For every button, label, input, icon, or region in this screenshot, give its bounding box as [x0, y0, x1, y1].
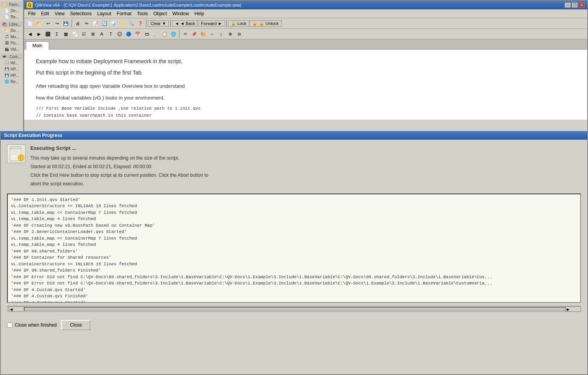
tb2-btn11[interactable]: 🔘: [115, 30, 124, 38]
toolbar-script[interactable]: 📝: [91, 19, 100, 28]
tb2-btn3[interactable]: ⬛: [44, 30, 52, 38]
toolbar-print[interactable]: 🖨: [73, 19, 82, 28]
menu-object[interactable]: Object: [151, 10, 169, 17]
tb2-btn23[interactable]: ⊕: [226, 30, 234, 38]
lock-button[interactable]: 🔒 Lock: [228, 20, 249, 27]
content-title-line2: Put this script in the begining of the f…: [36, 69, 576, 77]
close-when-finished-label[interactable]: Close when finished: [7, 322, 57, 328]
tb2-btn24[interactable]: ⊖: [235, 30, 243, 38]
tb2-btn21[interactable]: ↔: [208, 30, 216, 38]
menu-view[interactable]: View: [52, 10, 67, 17]
window-control-buttons: ─ ❐ ✕: [565, 2, 585, 8]
sidebar-item-6[interactable]: 🪟Wi...: [1, 60, 22, 66]
back-label: ◄ Back: [180, 21, 195, 26]
toolbar-chart[interactable]: 📊: [109, 19, 118, 28]
log-line: '### DF 4.Custom.qvs Started': [11, 287, 577, 293]
svg-text:!: !: [20, 156, 21, 160]
toolbar-search[interactable]: 🔍: [127, 19, 136, 28]
code-line1: /// First Base Variable Include ,Use rel…: [36, 105, 576, 112]
sidebar-item-5[interactable]: 🎬Vid...: [1, 46, 22, 52]
toolbar-help[interactable]: ❓: [136, 19, 145, 28]
log-line: '### DF 99.shared_folders': [11, 248, 577, 255]
tb2-btn1[interactable]: ◀: [26, 30, 34, 38]
menu-file[interactable]: File: [26, 10, 38, 17]
menu-help[interactable]: Help: [192, 10, 207, 17]
tb2-btn19[interactable]: 📌: [190, 30, 198, 38]
log-line: '### DF Error Did not find C:\QV-Docs\99…: [11, 274, 577, 281]
tb2-btn22[interactable]: ↕: [217, 30, 225, 38]
scrollbar-track[interactable]: [24, 307, 565, 311]
back-icon: ◄: [175, 21, 179, 26]
content-desc-line2: how the Global variables (vG.) looks in …: [36, 94, 576, 102]
tb2-btn10[interactable]: T: [106, 30, 115, 38]
tb2-btn4[interactable]: Σ: [53, 30, 61, 38]
tb2-btn7[interactable]: ☑: [80, 30, 88, 38]
log-area[interactable]: '### DF 1.Init.qvs Started'vL.ContainerS…: [7, 194, 581, 303]
tb2-btn6[interactable]: 📈: [71, 30, 79, 38]
horizontal-scrollbar[interactable]: ◄ ►: [7, 306, 581, 312]
sidebar-libraries: 📚 Libra... 📁Do... 🎵Mu... 🖼Pic... 🎬Vid...: [1, 21, 22, 52]
menu-edit[interactable]: Edit: [39, 10, 51, 17]
sidebar-item-0[interactable]: 📄De...: [1, 7, 22, 14]
menu-selections[interactable]: Selections: [68, 10, 94, 17]
toolbar-sep4: [226, 20, 227, 27]
sidebar-item-7[interactable]: 💾HP...: [1, 66, 22, 72]
clear-dropdown-icon[interactable]: ▼: [162, 21, 166, 26]
tb2-btn20[interactable]: 🎨: [199, 30, 207, 38]
toolbar-star[interactable]: ⭐: [118, 19, 127, 28]
sidebar-computer-header[interactable]: 💻 Com...: [1, 54, 22, 60]
sidebar-item-2[interactable]: 📁Do...: [1, 27, 22, 34]
menu-format[interactable]: Format: [114, 10, 134, 17]
toolbar-undo[interactable]: ↩: [44, 19, 52, 28]
tab-main[interactable]: Main: [26, 41, 49, 50]
tb2-btn15[interactable]: 📰: [151, 30, 160, 38]
toolbar-redo[interactable]: ↪: [53, 19, 61, 28]
log-line: vL.temp_table_map 4 lines fetched: [11, 242, 577, 248]
minimize-button[interactable]: ─: [565, 2, 571, 8]
scrollbar-right-arrow[interactable]: ►: [565, 306, 581, 312]
sidebar-libraries-header[interactable]: 📚 Libra...: [1, 21, 22, 27]
sidebar-item-1[interactable]: 📄Re...: [1, 14, 22, 20]
sidebar-item-8[interactable]: 💾HP...: [1, 72, 22, 78]
close-dialog-button[interactable]: Close: [61, 320, 90, 330]
sidebar-favorites-header[interactable]: ⭐ Favo...: [1, 2, 22, 7]
log-line: '### DF Container for Shared resources': [11, 254, 577, 261]
menu-tools[interactable]: Tools: [135, 10, 150, 17]
unlock-button[interactable]: 🔓 🔓 Unlock: [250, 20, 282, 27]
tb2-btn14[interactable]: 🗃: [142, 30, 151, 38]
toolbar-new[interactable]: 📄: [26, 19, 34, 28]
tb2-btn12[interactable]: 🔵: [124, 30, 133, 38]
back-button[interactable]: ◄ ◄ Back: [172, 20, 198, 27]
tb2-btn13[interactable]: 📅: [133, 30, 142, 38]
tb2-btn17[interactable]: 🌐: [169, 30, 178, 38]
script-execution-dialog: Script Execution Progress ! Executing Sc…: [0, 131, 588, 375]
close-when-finished-text: Close when finished: [15, 322, 57, 328]
code-line2: // Contains base searchpath in this cont…: [36, 112, 576, 119]
sidebar-computer: 💻 Com... 🪟Wi... 💾HP... 💾HP... 🌐Re...: [1, 54, 22, 85]
sidebar-item-3[interactable]: 🎵Mu...: [1, 34, 22, 40]
tb2-sep: [179, 30, 180, 38]
tb2-btn16[interactable]: 📋: [160, 30, 169, 38]
tb2-btn18[interactable]: ✂: [181, 30, 190, 38]
menu-window[interactable]: Window: [170, 10, 191, 17]
close-when-finished-checkbox[interactable]: [7, 322, 12, 328]
tb2-btn9[interactable]: A: [97, 30, 106, 38]
toolbar-save[interactable]: 💾: [62, 19, 70, 28]
menu-layout[interactable]: Layout: [95, 10, 113, 17]
close-button[interactable]: ✕: [579, 2, 585, 8]
clear-button[interactable]: Clear ▼: [148, 20, 169, 27]
tb2-btn2[interactable]: ▶: [35, 30, 43, 38]
sidebar-item-4[interactable]: 🖼Pic...: [1, 40, 22, 46]
svg-rect-1: [10, 147, 21, 149]
restore-button[interactable]: ❐: [572, 2, 578, 8]
log-line: vL.temp_table_map 4 lines fetched: [11, 216, 577, 222]
toolbar-reload[interactable]: 🔄: [100, 19, 109, 28]
tb2-btn8[interactable]: ⊞: [89, 30, 97, 38]
toolbar-edit[interactable]: ✏: [82, 19, 91, 28]
title-bar: Q QlikView x64 - [C:\QV-Docs\1.Example\1…: [24, 1, 587, 9]
sidebar-item-9[interactable]: 🌐Re...: [1, 78, 22, 85]
toolbar-open[interactable]: 📂: [35, 19, 43, 28]
forward-button[interactable]: Forward ►: [198, 20, 225, 27]
tb2-btn5[interactable]: ▦: [62, 30, 70, 38]
scrollbar-left-arrow[interactable]: ◄: [9, 306, 24, 312]
